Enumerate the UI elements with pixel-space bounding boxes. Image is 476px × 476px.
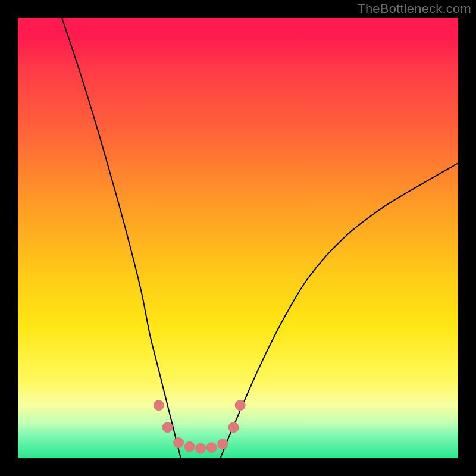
watermark-text: TheBottleneck.com bbox=[357, 1, 471, 17]
right-curve bbox=[220, 163, 458, 458]
plot-area bbox=[18, 18, 458, 458]
svg-point-5 bbox=[206, 442, 217, 453]
svg-point-8 bbox=[235, 400, 246, 411]
svg-point-4 bbox=[195, 443, 206, 454]
svg-point-6 bbox=[217, 439, 228, 449]
outer-frame: TheBottleneck.com bbox=[0, 0, 476, 476]
left-curve bbox=[62, 18, 181, 458]
svg-point-2 bbox=[173, 437, 184, 448]
svg-point-7 bbox=[228, 422, 239, 433]
svg-point-3 bbox=[184, 441, 195, 452]
svg-point-0 bbox=[154, 400, 164, 411]
svg-point-1 bbox=[162, 422, 173, 433]
floor-markers bbox=[154, 400, 246, 454]
curves-svg bbox=[18, 18, 458, 458]
